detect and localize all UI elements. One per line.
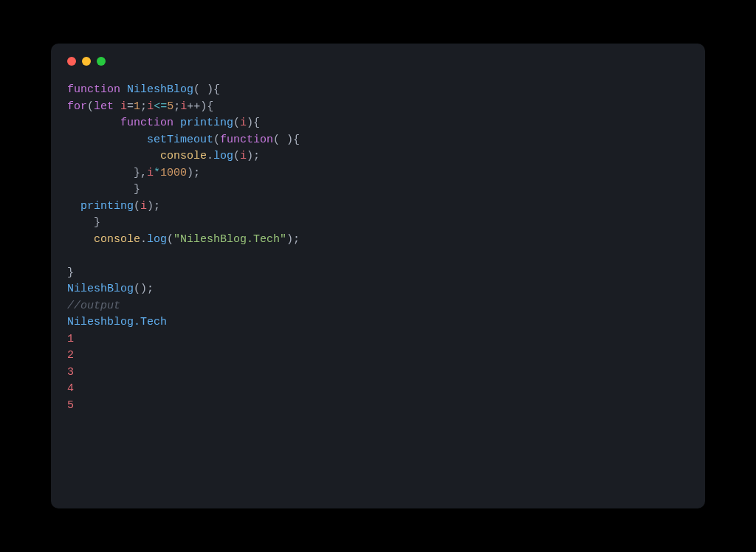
- punct: );: [247, 150, 260, 162]
- punct: (: [233, 150, 240, 162]
- indent: [67, 134, 147, 146]
- punct: (: [233, 117, 240, 129]
- object: console: [160, 150, 207, 162]
- indent: [67, 117, 120, 129]
- output-line: Nileshblog.Tech: [67, 316, 167, 328]
- code-editor-window: function NileshBlog( ){ for(let i=1;i<=5…: [51, 44, 705, 508]
- variable: i: [240, 150, 247, 162]
- indent: [67, 200, 80, 213]
- output-line: 1: [67, 333, 74, 345]
- indent: [67, 216, 94, 229]
- punct: (: [213, 134, 220, 146]
- variable: i: [147, 100, 154, 113]
- variable: i: [240, 117, 247, 129]
- keyword: function: [67, 83, 120, 96]
- number: 1: [134, 100, 140, 113]
- method: log: [213, 150, 233, 162]
- code-block: function NileshBlog( ){ for(let i=1;i<=5…: [67, 82, 689, 414]
- number: 1000: [160, 167, 187, 179]
- variable: i: [120, 100, 127, 113]
- punct: }: [94, 216, 100, 229]
- window-titlebar: [67, 57, 689, 66]
- minimize-icon[interactable]: [82, 57, 91, 66]
- punct: );: [187, 167, 200, 179]
- output-line: 5: [67, 399, 74, 412]
- indent: [67, 167, 134, 179]
- variable: i: [180, 100, 187, 113]
- punct: (: [134, 200, 140, 213]
- keyword: let: [94, 100, 114, 113]
- operator: <=: [154, 100, 167, 113]
- space: [114, 100, 120, 113]
- space: [173, 117, 180, 129]
- punct: ;: [140, 100, 147, 113]
- function-name: NileshBlog: [127, 83, 193, 96]
- variable: i: [147, 167, 154, 179]
- punct: }: [67, 266, 74, 279]
- punct: ();: [134, 283, 154, 295]
- output-line: 4: [67, 382, 74, 395]
- function-call: NileshBlog: [67, 283, 134, 295]
- punct: }: [134, 183, 140, 196]
- function-name: setTimeout: [147, 134, 213, 146]
- punct: ( ){: [193, 83, 220, 96]
- variable: i: [140, 200, 147, 213]
- punct: ( ){: [273, 134, 300, 146]
- punct: ){: [247, 117, 260, 129]
- indent: [67, 233, 94, 246]
- close-icon[interactable]: [67, 57, 76, 66]
- operator: *: [154, 167, 160, 179]
- punct: ){: [200, 100, 213, 113]
- keyword: function: [120, 117, 173, 129]
- keyword: for: [67, 100, 87, 113]
- maximize-icon[interactable]: [97, 57, 106, 66]
- method: log: [147, 233, 167, 246]
- punct: ;: [173, 100, 180, 113]
- punct: );: [286, 233, 300, 246]
- punct: );: [147, 200, 160, 213]
- operator: ++: [187, 100, 200, 113]
- output-line: 2: [67, 349, 74, 362]
- function-call: printing: [80, 200, 134, 213]
- punct: =: [127, 100, 134, 113]
- punct: .: [207, 150, 213, 162]
- string: "NileshBlog.Tech": [173, 233, 286, 246]
- keyword: function: [220, 134, 273, 146]
- object: console: [94, 233, 140, 246]
- indent: [67, 183, 134, 196]
- comment: //output: [67, 300, 120, 312]
- number: 5: [167, 100, 173, 113]
- output-line: 3: [67, 366, 74, 379]
- function-name: printing: [180, 117, 233, 129]
- punct: (: [167, 233, 173, 246]
- punct: .: [140, 233, 147, 246]
- punct: (: [87, 100, 94, 113]
- indent: [67, 150, 160, 162]
- punct: },: [134, 167, 147, 179]
